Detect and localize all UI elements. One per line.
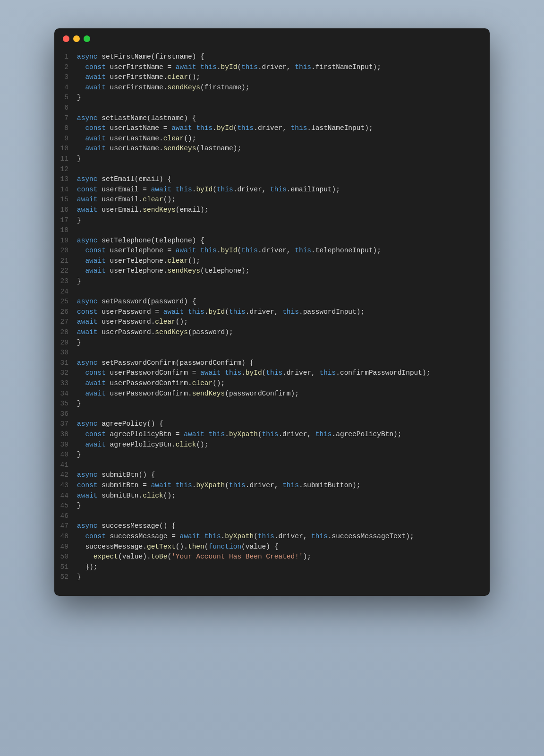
code-line[interactable]: 39 await agreePlolicyBtn.click(); [54,440,490,450]
code-line[interactable]: 24 [54,287,490,297]
code-line[interactable]: 48 const successMessage = await this.byX… [54,532,490,542]
code-line[interactable]: 34 await userPasswordConfirm.sendKeys(pa… [54,389,490,399]
code-line[interactable]: 29} [54,338,490,348]
code-line[interactable]: 6 [54,103,490,113]
code-content[interactable]: } [77,399,81,409]
minimize-icon[interactable] [73,35,80,42]
code-content[interactable]: async setPassword(password) { [77,297,196,307]
code-line[interactable]: 17} [54,215,490,226]
code-content[interactable]: async setEmail(email) { [77,174,171,185]
code-line[interactable]: 51 }); [54,562,490,573]
code-content[interactable]: } [77,154,81,164]
code-line[interactable]: 27await userPassword.clear(); [54,317,490,327]
code-content[interactable]: await userLastName.sendKeys(lastname); [77,144,241,154]
code-line[interactable]: 12 [54,164,490,175]
code-content[interactable]: } [77,338,81,348]
code-line[interactable]: 43const submitBtn = await this.byXpath(t… [54,481,490,491]
code-line[interactable]: 19async setTelephone(telephone) { [54,236,490,246]
code-content[interactable]: await submitBtn.click(); [77,491,176,501]
code-content[interactable]: successMessage.getText().then(function(v… [77,542,278,552]
code-line[interactable]: 37async agreePolicy() { [54,419,490,430]
code-line[interactable]: 22 await userTelephone.sendKeys(telephon… [54,266,490,276]
code-line[interactable]: 13async setEmail(email) { [54,174,490,185]
code-content[interactable]: const submitBtn = await this.byXpath(thi… [77,481,360,491]
code-content[interactable]: async setPasswordConfirm(passwordConfirm… [77,358,254,369]
code-content[interactable]: const userFirstName = await this.byId(th… [77,62,381,73]
code-line[interactable]: 40} [54,450,490,460]
code-content[interactable]: await userPasswordConfirm.sendKeys(passw… [77,389,299,399]
code-content[interactable]: async setLastName(lastname) { [77,113,196,124]
code-content[interactable]: async setFirstName(firstname) { [77,52,204,62]
code-content[interactable]: await userPasswordConfirm.clear(); [77,378,225,389]
code-line[interactable]: 52} [54,572,490,583]
code-content[interactable]: async submitBtn() { [77,470,155,481]
code-content[interactable]: } [77,93,81,103]
code-line[interactable]: 7async setLastName(lastname) { [54,113,490,124]
code-line[interactable]: 45} [54,501,490,511]
code-content[interactable]: const userEmail = await this.byId(this.d… [77,185,340,195]
code-line[interactable]: 11} [54,154,490,164]
code-line[interactable]: 30 [54,348,490,358]
code-line[interactable]: 47async successMessage() { [54,521,490,532]
code-line[interactable]: 3 await userFirstName.clear(); [54,72,490,83]
code-line[interactable]: 35} [54,399,490,409]
code-line[interactable]: 25async setPassword(password) { [54,297,490,307]
code-content[interactable]: expect(value).toBe('Your Account Has Bee… [77,552,311,562]
code-content[interactable]: } [77,450,81,460]
code-content[interactable]: const userPassword = await this.byId(thi… [77,307,365,318]
code-content[interactable]: await userEmail.clear(); [77,195,176,205]
code-line[interactable]: 10 await userLastName.sendKeys(lastname)… [54,144,490,154]
code-line[interactable]: 1async setFirstName(firstname) { [54,52,490,62]
code-content[interactable]: await userFirstName.sendKeys(firstname); [77,83,250,93]
code-content[interactable]: await userEmail.sendKeys(email); [77,205,208,215]
code-editor[interactable]: 1async setFirstName(firstname) {2 const … [54,49,490,596]
code-line[interactable]: 23} [54,276,490,287]
code-line[interactable]: 36 [54,409,490,420]
code-content[interactable]: const successMessage = await this.byXpat… [77,532,414,542]
code-line[interactable]: 31async setPasswordConfirm(passwordConfi… [54,358,490,369]
code-content[interactable]: const userTelephone = await this.byId(th… [77,246,381,256]
code-line[interactable]: 15await userEmail.clear(); [54,195,490,205]
code-content[interactable]: await userFirstName.clear(); [77,72,200,83]
code-line[interactable]: 46 [54,511,490,522]
code-line[interactable]: 28await userPassword.sendKeys(password); [54,327,490,338]
code-line[interactable]: 42async submitBtn() { [54,470,490,481]
code-content[interactable]: await agreePlolicyBtn.click(); [77,440,208,450]
code-line[interactable]: 44await submitBtn.click(); [54,491,490,501]
code-content[interactable]: async successMessage() { [77,521,176,532]
code-line[interactable]: 49 successMessage.getText().then(functio… [54,542,490,552]
code-line[interactable]: 26const userPassword = await this.byId(t… [54,307,490,318]
code-line[interactable]: 9 await userLastName.clear(); [54,134,490,144]
code-content[interactable]: const userLastName = await this.byId(thi… [77,123,373,134]
code-content[interactable]: }); [77,562,98,573]
close-icon[interactable] [63,35,69,42]
code-content[interactable]: } [77,215,81,226]
code-content[interactable]: await userLastName.clear(); [77,134,196,144]
code-line[interactable]: 16await userEmail.sendKeys(email); [54,205,490,215]
code-content[interactable]: const userPasswordConfirm = await this.b… [77,368,430,378]
code-line[interactable]: 20 const userTelephone = await this.byId… [54,246,490,256]
code-line[interactable]: 33 await userPasswordConfirm.clear(); [54,378,490,389]
code-line[interactable]: 50 expect(value).toBe('Your Account Has … [54,552,490,562]
code-line[interactable]: 4 await userFirstName.sendKeys(firstname… [54,83,490,93]
code-line[interactable]: 8 const userLastName = await this.byId(t… [54,123,490,134]
code-content[interactable]: await userTelephone.clear(); [77,256,200,266]
code-line[interactable]: 41 [54,460,490,471]
code-content[interactable]: await userPassword.sendKeys(password); [77,327,233,338]
code-line[interactable]: 21 await userTelephone.clear(); [54,256,490,266]
code-content[interactable]: async setTelephone(telephone) { [77,236,204,246]
code-content[interactable]: } [77,501,81,511]
code-line[interactable]: 38 const agreePlolicyBtn = await this.by… [54,430,490,440]
code-line[interactable]: 18 [54,225,490,236]
code-line[interactable]: 32 const userPasswordConfirm = await thi… [54,368,490,378]
code-content[interactable]: await userTelephone.sendKeys(telephone); [77,266,250,276]
code-line[interactable]: 5} [54,93,490,103]
code-line[interactable]: 2 const userFirstName = await this.byId(… [54,62,490,73]
code-content[interactable]: } [77,572,81,583]
code-content[interactable]: } [77,276,81,287]
code-content[interactable]: async agreePolicy() { [77,419,163,430]
code-content[interactable]: await userPassword.clear(); [77,317,188,327]
maximize-icon[interactable] [84,35,90,42]
code-content[interactable]: const agreePlolicyBtn = await this.byXpa… [77,430,402,440]
code-line[interactable]: 14const userEmail = await this.byId(this… [54,185,490,195]
